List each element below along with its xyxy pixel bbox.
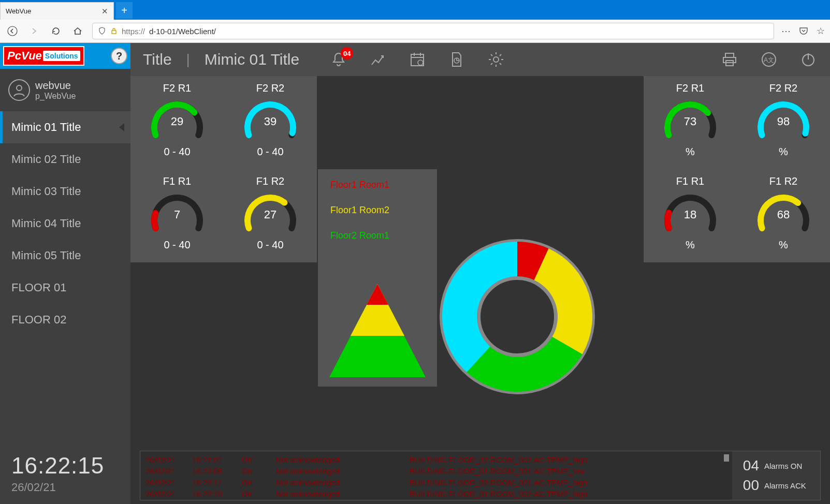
url-protocol: https:// [122, 27, 145, 36]
gauge-F1R2: F1 R2 270 - 40 [224, 169, 317, 262]
sidebar: PcVue Solutions ? webvue p_WebVue Mimic … [0, 43, 130, 504]
mimic-canvas: F2 R1 290 - 40F2 R2 390 - 40F1 R1 70 - 4… [130, 76, 830, 504]
address-bar: https:// d-10-01/WebClient/ ⋯ ☆ [0, 20, 830, 42]
alarm-list[interactable]: 26/02/2116:22:01OnNot acknowledgedBUILDI… [140, 451, 732, 500]
back-button[interactable] [5, 24, 20, 38]
donut-chart [437, 236, 598, 397]
calendar-icon[interactable] [408, 50, 427, 69]
close-icon[interactable]: ✕ [101, 7, 108, 16]
app-root: PcVue Solutions ? webvue p_WebVue Mimic … [0, 43, 830, 504]
legend-item: Floor1 Room1 [330, 180, 425, 190]
sidebar-item-2[interactable]: Mimic 03 Title [0, 175, 130, 207]
reload-button[interactable] [49, 24, 63, 38]
gear-icon[interactable] [487, 50, 505, 69]
report-icon[interactable] [447, 50, 466, 69]
trend-icon[interactable] [369, 50, 387, 69]
legend-item: Floor1 Room2 [330, 205, 425, 216]
page-title: Title [143, 51, 172, 68]
svg-rect-1 [112, 31, 116, 34]
user-profile: p_WebVue [35, 92, 76, 101]
gauge-F2R1: F2 R1 290 - 40 [130, 76, 224, 169]
user-block[interactable]: webvue p_WebVue [0, 69, 130, 111]
pyramid-chart [329, 284, 426, 377]
sidebar-item-0[interactable]: Mimic 01 Title [0, 111, 130, 143]
print-icon[interactable] [720, 50, 739, 69]
gauge-F1R1: F1 R1 70 - 40 [130, 169, 224, 262]
lock-icon [110, 27, 118, 35]
brand-name: PcVue [7, 49, 42, 63]
alarm-badge: 04 [341, 47, 353, 60]
alarm-row[interactable]: 26/02/2116:22:11OnNot acknowledgedBUILDI… [145, 477, 727, 488]
sidebar-item-1[interactable]: Mimic 02 Title [0, 143, 130, 175]
logo-bar: PcVue Solutions ? [0, 43, 130, 69]
user-name: webvue [35, 80, 76, 92]
pocket-icon[interactable] [799, 26, 808, 36]
sidebar-item-5[interactable]: FLOOR 01 [0, 272, 130, 304]
brand-logo: PcVue Solutions [3, 46, 84, 66]
nav-list: Mimic 01 TitleMimic 02 TitleMimic 03 Tit… [0, 111, 130, 446]
language-icon[interactable]: A文 [760, 50, 778, 69]
svg-point-2 [17, 85, 22, 91]
svg-text:A文: A文 [764, 56, 774, 64]
gauge-F1R1: F1 R1 18% [644, 169, 737, 262]
sidebar-item-3[interactable]: Mimic 04 Title [0, 207, 130, 240]
clock-date: 26/02/21 [11, 481, 119, 494]
home-button[interactable] [70, 24, 85, 38]
alarms-on-count: 04 [738, 457, 759, 474]
tab-strip: WebVue ✕ + [0, 0, 830, 20]
gauge-panel-left: F2 R1 290 - 40F2 R2 390 - 40F1 R1 70 - 4… [130, 76, 317, 262]
svg-marker-15 [367, 284, 388, 305]
clock-time: 16:22:15 [11, 453, 119, 479]
forward-button[interactable] [27, 24, 41, 38]
alarm-row[interactable]: 26/02/2116:22:08OnNot acknowledgedBUILDI… [145, 466, 727, 477]
alarms-ack-count: 00 [738, 477, 759, 494]
new-tab-button[interactable]: + [116, 2, 133, 19]
help-button[interactable]: ? [111, 48, 127, 64]
gauge-F2R2: F2 R2 98% [737, 76, 830, 169]
svg-point-0 [8, 26, 17, 36]
legend-panel: Floor1 Room1Floor1 Room2Floor2 Room1 [318, 169, 437, 387]
mimic-title: Mimic 01 Title [205, 51, 299, 68]
alarms-on-label: Alarms ON [764, 462, 802, 470]
more-icon[interactable]: ⋯ [781, 25, 791, 37]
gauge-F1R2: F1 R2 68% [737, 169, 830, 262]
browser-tools: ⋯ ☆ [781, 25, 825, 37]
shield-icon [98, 27, 106, 35]
bookmark-icon[interactable]: ☆ [817, 25, 825, 37]
brand-suffix: Solutions [43, 51, 80, 61]
topbar: Title | Mimic 01 Title 04 [130, 43, 830, 76]
svg-point-17 [479, 278, 556, 355]
alarm-row[interactable]: 26/02/2116:22:01OnNot acknowledgedBUILDI… [145, 454, 727, 466]
url-text: d-10-01/WebClient/ [149, 27, 216, 36]
title-separator: | [186, 51, 190, 68]
alarm-counts: 04Alarms ON 00Alarms ACK [732, 451, 820, 500]
svg-rect-7 [725, 53, 734, 57]
gauge-panel-right: F2 R1 73%F2 R2 98%F1 R1 18%F1 R2 68% [644, 76, 830, 262]
tab-title: WebVue [6, 7, 31, 15]
gauge-F2R1: F2 R1 73% [644, 76, 737, 169]
sidebar-item-6[interactable]: FLOOR 02 [0, 304, 130, 336]
browser-chrome: WebVue ✕ + https:// d-10-01/WebClient/ [0, 0, 830, 43]
bell-icon[interactable]: 04 [329, 50, 348, 69]
browser-tab[interactable]: WebVue ✕ [0, 2, 114, 20]
alarms-ack-label: Alarms ACK [764, 481, 806, 490]
svg-point-6 [493, 57, 499, 62]
gauge-F2R2: F2 R2 390 - 40 [224, 76, 317, 169]
avatar-icon [8, 79, 30, 101]
sidebar-item-4[interactable]: Mimic 05 Title [0, 240, 130, 272]
svg-point-4 [418, 60, 423, 65]
scroll-thumb[interactable] [724, 454, 729, 462]
alarm-strip: 26/02/2116:22:01OnNot acknowledgedBUILDI… [140, 451, 821, 500]
legend-item: Floor2 Room1 [330, 230, 425, 241]
main-area: Title | Mimic 01 Title 04 [130, 43, 830, 504]
power-icon[interactable] [799, 50, 818, 69]
alarm-row[interactable]: 26/02/2116:22:19OnNot acknowledgedBUILDI… [145, 488, 727, 500]
url-input[interactable]: https:// d-10-01/WebClient/ [92, 23, 774, 39]
clock: 16:22:15 26/02/21 [0, 446, 130, 504]
